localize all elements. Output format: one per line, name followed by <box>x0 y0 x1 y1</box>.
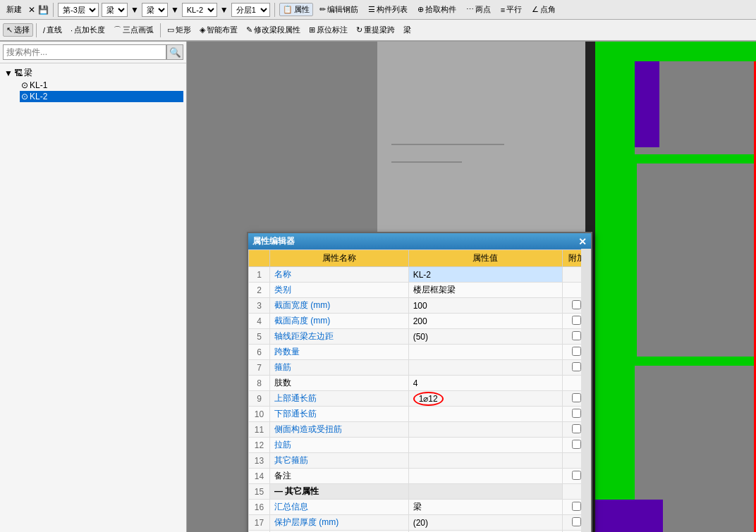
col-num-header <box>249 250 270 267</box>
parallel-icon: ≡ <box>501 6 505 14</box>
prop-row-num: 11 <box>249 422 270 438</box>
prop-row-label: 类别 <box>270 283 409 298</box>
table-row: 4截面高度 (mm)200 <box>249 314 591 329</box>
prop-row-label: 拉筋 <box>270 438 409 453</box>
property-editor-dialog: 属性编辑器 ✕ 属性名称 属性值 附加 1名称KL-22类别楼层框架梁3截面宽度… <box>247 232 592 532</box>
prop-row-label: 侧面构造或受扭筋 <box>270 422 409 438</box>
edit-rebar-button[interactable]: ✏ 编辑钢筋 <box>316 3 362 16</box>
two-point-button[interactable]: ⋯ 两点 <box>463 3 494 16</box>
mark-icon: ⊞ <box>309 25 315 35</box>
modify-icon: ✎ <box>246 25 252 35</box>
rebar-icon: ✏ <box>319 5 326 14</box>
sep1 <box>53 3 54 17</box>
search-button[interactable]: 🔍 <box>166 44 183 60</box>
left-panel: 🔍 ▼ 🏗 梁 ⊙ KL-1 ⊙ KL-2 <box>0 42 187 532</box>
pick-component-button[interactable]: ⊕ 拾取构件 <box>414 3 460 16</box>
prop-checkbox[interactable] <box>572 502 581 511</box>
three-arc-button[interactable]: ⌒ 三点画弧 <box>110 23 157 37</box>
layer-select[interactable]: 第-3层 <box>58 3 99 17</box>
prop-row-num: 5 <box>249 329 270 345</box>
prop-checkbox[interactable] <box>572 316 581 325</box>
tree-item-label: KL-1 <box>30 80 47 90</box>
parallel-button[interactable]: ≡ 平行 <box>497 3 525 16</box>
prop-row-num: 15 <box>249 484 270 500</box>
prop-row-value[interactable]: 1⌀12 <box>408 391 562 407</box>
prop-row-num: 10 <box>249 407 270 422</box>
prop-row-label: 截面宽度 (mm) <box>270 298 409 314</box>
prop-checkbox[interactable] <box>572 409 581 418</box>
type-select[interactable]: 梁 <box>102 3 128 17</box>
beam-select[interactable]: 梁 <box>142 3 168 17</box>
new-button[interactable]: 新建 <box>3 3 25 16</box>
tree-node-icon: ⊙ <box>21 92 28 101</box>
dialog-close-button[interactable]: ✕ <box>578 236 587 247</box>
tree-expand-icon: ▼ <box>4 68 13 78</box>
prop-checkbox[interactable] <box>572 393 581 402</box>
prop-checkbox[interactable] <box>572 347 581 356</box>
tree-root-item[interactable]: ▼ 🏗 梁 <box>3 66 183 80</box>
prop-checkbox[interactable] <box>572 440 581 449</box>
beam-button[interactable]: 梁 <box>400 23 415 37</box>
prop-row-value[interactable]: KL-2 <box>408 267 562 283</box>
table-row: 12拉筋 <box>249 438 591 453</box>
redraw-beam-button[interactable]: ↻ 重提梁跨 <box>353 23 398 37</box>
line-button[interactable]: / 直线 <box>39 23 66 37</box>
add-length-button[interactable]: · 点加长度 <box>67 23 109 37</box>
dialog-content: 属性名称 属性值 附加 1名称KL-22类别楼层框架梁3截面宽度 (mm)100… <box>248 249 591 532</box>
prop-row-label: 下部通长筋 <box>270 407 409 422</box>
prop-row-label: 汇总信息 <box>270 500 409 515</box>
prop-row-value <box>408 484 562 500</box>
prop-row-value[interactable]: (20) <box>408 515 562 531</box>
dialog-title-text: 属性编辑器 <box>252 235 295 247</box>
prop-row-value[interactable]: 200 <box>408 314 562 329</box>
prop-checkbox[interactable] <box>572 424 581 433</box>
smart-layout-button[interactable]: ◈ 智能布置 <box>196 23 241 37</box>
sublayer-select[interactable]: 分层1 <box>231 3 270 17</box>
prop-row-num: 1 <box>249 267 270 283</box>
prop-row-label: 备注 <box>270 469 409 484</box>
tree-folder-icon: 🏗 <box>14 68 23 78</box>
prop-row-label: 截面高度 (mm) <box>270 314 409 329</box>
add-len-icon: · <box>71 26 73 35</box>
prop-row-value[interactable]: 梁 <box>408 500 562 515</box>
prop-row-label: 其它箍筋 <box>270 453 409 469</box>
col-name-header: 属性名称 <box>270 250 409 267</box>
rect-icon: ▭ <box>167 25 174 35</box>
origin-mark-button[interactable]: ⊞ 原位标注 <box>305 23 351 37</box>
dialog-scrollbar[interactable] <box>581 249 591 532</box>
prop-row-num: 6 <box>249 345 270 360</box>
modify-seg-button[interactable]: ✎ 修改梁段属性 <box>243 23 304 37</box>
prop-row-value <box>408 469 562 484</box>
prop-checkbox[interactable] <box>572 300 581 309</box>
table-row: 9上部通长筋1⌀12 <box>249 391 591 407</box>
tree-item-kl2[interactable]: ⊙ KL-2 <box>20 91 183 102</box>
select-icon: ↖ <box>6 25 13 35</box>
prop-row-num: 16 <box>249 500 270 515</box>
prop-row-value[interactable]: (50) <box>408 329 562 345</box>
prop-checkbox[interactable] <box>572 517 581 526</box>
rect-button[interactable]: ▭ 矩形 <box>164 23 195 37</box>
element-select[interactable]: KL-2 <box>182 3 217 17</box>
prop-row-value[interactable]: 100 <box>408 298 562 314</box>
table-row: 6跨数量 <box>249 345 591 360</box>
dialog-title-bar[interactable]: 属性编辑器 ✕ <box>248 233 591 249</box>
prop-row-num: 8 <box>249 376 270 391</box>
canvas-area[interactable]: 属性编辑器 ✕ 属性名称 属性值 附加 1名称KL-22类别楼层框架梁3截面宽度… <box>187 42 756 532</box>
properties-button[interactable]: 📋 属性 <box>279 3 313 16</box>
prop-row-value <box>408 345 562 360</box>
prop-checkbox[interactable] <box>572 331 581 340</box>
select-button[interactable]: ↖ 选择 <box>3 23 33 37</box>
table-row: 10下部通长筋 <box>249 407 591 422</box>
beam-bottom-purple <box>585 500 663 532</box>
main-area: 🔍 ▼ 🏗 梁 ⊙ KL-1 ⊙ KL-2 <box>0 42 756 532</box>
prop-row-value[interactable]: 4 <box>408 376 562 391</box>
prop-row-value[interactable]: 楼层框架梁 <box>408 283 562 298</box>
tree-item-kl1[interactable]: ⊙ KL-1 <box>20 80 183 91</box>
search-input[interactable] <box>3 44 166 60</box>
component-list-button[interactable]: ☰ 构件列表 <box>365 3 411 16</box>
col-value-header: 属性值 <box>408 250 562 267</box>
prop-checkbox[interactable] <box>572 362 581 371</box>
prop-row-num: 9 <box>249 391 270 407</box>
prop-checkbox[interactable] <box>572 471 581 480</box>
angle-button[interactable]: ∠ 点角 <box>528 3 559 16</box>
